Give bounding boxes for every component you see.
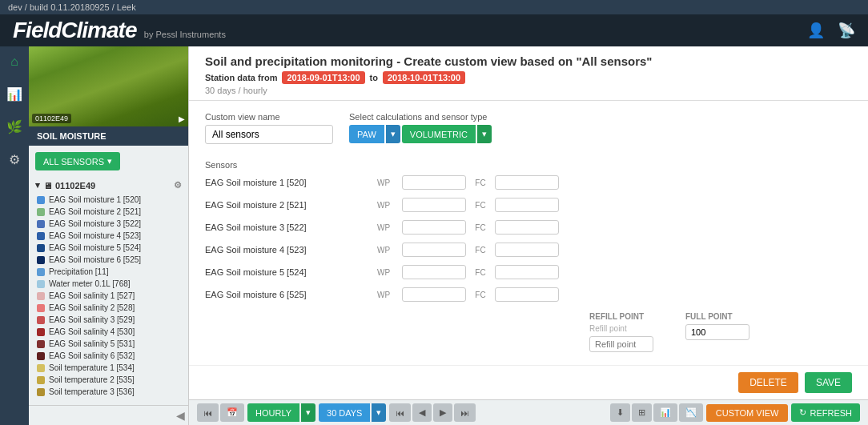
- toolbar-icon-group: ⬇ ⊞ 📊 📉: [610, 403, 703, 422]
- nav-home-icon[interactable]: ⌂: [7, 51, 22, 72]
- date-to-label: to: [370, 73, 378, 82]
- sensor-color-dot: [37, 292, 45, 300]
- sensor-color-dot: [37, 268, 45, 276]
- sidebar-bottom-toggle: ◀: [29, 405, 188, 425]
- sensor-fc-input[interactable]: [495, 265, 559, 279]
- list-item[interactable]: EAG Soil salinity 6 [532]: [34, 350, 183, 362]
- full-point-input[interactable]: [685, 324, 749, 340]
- user-icon[interactable]: 👤: [807, 22, 825, 39]
- table-row: EAG Soil moisture 2 [521] WP FC: [205, 195, 559, 215]
- all-sensors-button[interactable]: ALL SENSORS ▾: [35, 152, 120, 170]
- volumetric-dropdown-button[interactable]: ▾: [477, 125, 492, 143]
- save-button[interactable]: SAVE: [805, 372, 852, 393]
- sensor-color-dot: [37, 244, 45, 252]
- sensor-color-dot: [37, 256, 45, 264]
- bar-chart-button[interactable]: 📊: [653, 403, 677, 422]
- sensor-fc-input[interactable]: [495, 287, 559, 302]
- group-station-icon: 🖥: [43, 181, 52, 190]
- nav-chart-icon[interactable]: 📊: [3, 83, 26, 105]
- custom-view-button[interactable]: CUSTOM VIEW: [706, 404, 789, 422]
- line-chart-button[interactable]: 📉: [679, 403, 703, 422]
- group-settings-icon[interactable]: ⚙: [174, 180, 182, 190]
- sensor-wp-input[interactable]: [402, 220, 466, 235]
- sensor-color-dot: [37, 364, 45, 372]
- sensor-fc-input[interactable]: [495, 198, 559, 212]
- custom-view-name-input[interactable]: [205, 125, 333, 144]
- full-point-group: FULL POINT: [685, 312, 749, 340]
- sensor-color-dot: [37, 340, 45, 348]
- nav-first-button[interactable]: ⏮: [197, 403, 219, 422]
- table-row: EAG Soil moisture 6 [525] WP FC: [205, 285, 559, 304]
- sensor-group-header[interactable]: ▾ 🖥 01102E49 ⚙: [34, 177, 183, 194]
- sensor-wp-input[interactable]: [402, 287, 466, 302]
- header-bar: FieldClimate by Pessl Instruments 👤 📡: [0, 14, 868, 46]
- sensor-fc-label: FC: [472, 178, 488, 187]
- list-item[interactable]: EAG Soil moisture 2 [521]: [34, 206, 183, 218]
- sensor-item-label: EAG Soil moisture 3 [522]: [49, 219, 141, 228]
- list-item[interactable]: Soil temperature 1 [534]: [34, 362, 183, 374]
- hourly-button[interactable]: HOURLY: [247, 403, 299, 422]
- main-content: Soil and precipitation monitoring - Crea…: [189, 46, 868, 425]
- list-item[interactable]: EAG Soil moisture 1 [520]: [34, 194, 183, 206]
- hourly-dropdown-button[interactable]: ▾: [301, 403, 315, 422]
- list-item[interactable]: EAG Soil moisture 5 [524]: [34, 242, 183, 254]
- sensor-wp-input[interactable]: [402, 175, 466, 190]
- sensor-fc-input[interactable]: [495, 243, 559, 257]
- sensor-item-label: Soil temperature 1 [534]: [49, 363, 135, 372]
- sensor-color-dot: [37, 316, 45, 324]
- step-control-group: ⏮ ◀ ▶ ⏭: [389, 403, 476, 422]
- breadcrumb: dev / build 0.11.20180925 / Leek: [8, 2, 136, 12]
- refill-point-input[interactable]: [589, 336, 653, 352]
- list-item[interactable]: EAG Soil moisture 3 [522]: [34, 218, 183, 230]
- nav-leaf-icon[interactable]: 🌿: [3, 116, 26, 138]
- group-station-id: 01102E49: [55, 181, 95, 190]
- download-button[interactable]: ⬇: [610, 403, 630, 422]
- station-data-label: Station data from: [205, 73, 277, 82]
- list-item[interactable]: Soil temperature 2 [535]: [34, 374, 183, 386]
- signal-icon[interactable]: 📡: [838, 22, 855, 39]
- step-back-button[interactable]: ◀: [412, 403, 432, 422]
- calendar-button[interactable]: 📅: [220, 403, 244, 422]
- sensor-grid-name: EAG Soil moisture 5 [524]: [205, 267, 365, 277]
- sensor-wp-input[interactable]: [402, 265, 466, 279]
- table-view-button[interactable]: ⊞: [632, 403, 652, 422]
- refresh-button[interactable]: ↻ REFRESH: [791, 403, 860, 422]
- sensor-item-label: Soil temperature 3 [536]: [49, 387, 135, 396]
- date-range: Station data from 2018-09-01T13:00 to 20…: [205, 71, 465, 84]
- step-first-button[interactable]: ⏮: [389, 403, 411, 422]
- sensor-color-dot: [37, 196, 45, 204]
- image-expand-icon[interactable]: ▶: [179, 114, 185, 123]
- days-dropdown-button[interactable]: ▾: [372, 403, 386, 422]
- calculations-label: Select calculations and sensor type: [349, 112, 492, 122]
- delete-button[interactable]: DELETE: [738, 372, 798, 393]
- list-item[interactable]: EAG Soil salinity 5 [531]: [34, 338, 183, 350]
- nav-settings-icon[interactable]: ⚙: [6, 149, 23, 170]
- days-button[interactable]: 30 DAYS: [319, 403, 370, 422]
- sensor-fc-input[interactable]: [495, 220, 559, 235]
- sensor-wp-input[interactable]: [402, 198, 466, 212]
- list-item[interactable]: EAG Soil salinity 4 [530]: [34, 326, 183, 338]
- main-layout: ⌂ 📊 🌿 ⚙ 01102E49 ▶ SOIL MOISTURE ALL SEN…: [0, 46, 868, 425]
- list-item[interactable]: Precipitation [11]: [34, 266, 183, 278]
- volumetric-button[interactable]: VOLUMETRIC: [402, 125, 476, 143]
- list-item[interactable]: EAG Soil moisture 6 [525]: [34, 254, 183, 266]
- paw-button[interactable]: PAW: [349, 125, 384, 143]
- table-row: EAG Soil moisture 1 [520] WP FC: [205, 173, 559, 192]
- refill-point-group: REFILL POINT Refill point: [589, 312, 653, 352]
- list-item[interactable]: Water meter 0.1L [768]: [34, 278, 183, 290]
- list-item[interactable]: Soil temperature 3 [536]: [34, 386, 183, 398]
- sensor-fc-input[interactable]: [495, 175, 559, 190]
- list-item[interactable]: EAG Soil salinity 3 [529]: [34, 314, 183, 326]
- sensor-color-dot: [37, 328, 45, 336]
- list-item[interactable]: EAG Soil salinity 2 [528]: [34, 302, 183, 314]
- list-item[interactable]: EAG Soil salinity 1 [527]: [34, 290, 183, 302]
- table-row: EAG Soil moisture 4 [523] WP FC: [205, 240, 559, 259]
- sensor-color-dot: [37, 208, 45, 216]
- step-last-button[interactable]: ⏭: [454, 403, 476, 422]
- logo-area: FieldClimate by Pessl Instruments: [13, 18, 226, 43]
- step-forward-button[interactable]: ▶: [433, 403, 452, 422]
- collapse-sidebar-button[interactable]: ◀: [176, 409, 185, 422]
- list-item[interactable]: EAG Soil moisture 4 [523]: [34, 230, 183, 242]
- sensor-wp-input[interactable]: [402, 243, 466, 257]
- paw-dropdown-button[interactable]: ▾: [386, 125, 400, 143]
